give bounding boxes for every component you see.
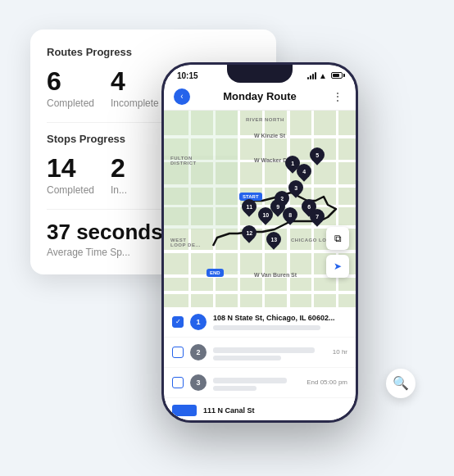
stop-3-badge: 3 [190, 374, 207, 391]
map-layers-button[interactable]: ⧉ [326, 227, 349, 250]
road-wacker: W Wacker Dr [254, 157, 289, 163]
stop-item-1[interactable]: ✓ 1 108 N State St, Chicago, IL 60602... [164, 307, 356, 338]
stops-completed-label: Completed [47, 184, 94, 196]
phone-screen: 10:15 ▲ ‹ [164, 65, 356, 420]
routes-completed-label: Completed [47, 97, 94, 109]
search-fab[interactable]: 🔍 [386, 369, 415, 398]
svg-rect-8 [164, 291, 356, 294]
nav-icon: ➤ [334, 261, 342, 272]
route-title: Monday Route [223, 90, 297, 102]
signal-bar-3 [312, 74, 314, 79]
district-river-north: RIVER NORTH [246, 117, 284, 122]
routes-completed-stat: 6 Completed [47, 68, 94, 109]
stop-3-info [213, 374, 300, 391]
scene: Routes Progress 6 Completed 4 Incomplete… [14, 13, 440, 464]
stops-incomplete-stat: 2 In... [111, 155, 127, 196]
stop-2-detail [213, 347, 315, 353]
phone-header: ‹ Monday Route ⋮ [164, 84, 356, 111]
map-nav-button[interactable]: ➤ [326, 255, 349, 278]
stop-1-checkbox[interactable]: ✓ [172, 316, 184, 328]
routes-incomplete-value: 4 [111, 68, 125, 94]
stop-1-info: 108 N State St, Chicago, IL 60602... [213, 314, 347, 330]
check-icon: ✓ [175, 318, 181, 325]
svg-rect-6 [164, 250, 356, 253]
stop-3-checkbox[interactable] [172, 377, 184, 388]
stops-completed-value: 14 [47, 155, 76, 181]
more-button[interactable]: ⋮ [329, 88, 346, 105]
battery-icon [331, 72, 343, 79]
signal-bar-1 [307, 77, 309, 79]
stop-2-checkbox[interactable] [172, 347, 184, 358]
signal-bar-4 [315, 72, 316, 79]
stop-1-detail [213, 325, 320, 330]
stop-item-3[interactable]: 3 End 05:00 pm [164, 368, 356, 398]
back-button[interactable]: ‹ [174, 88, 190, 105]
stop-2-sub-detail [213, 356, 281, 360]
signal-bar-2 [310, 75, 311, 79]
stop-1-badge: 1 [190, 314, 207, 330]
wifi-icon: ▲ [319, 71, 327, 80]
svg-rect-16 [164, 111, 238, 156]
map-area[interactable]: RIVER NORTH FULTONDISTRICT WESTLOOP DE..… [164, 111, 356, 307]
routes-incomplete-label: Incomplete [111, 97, 159, 109]
district-west-loop: WESTLOOP DE... [170, 238, 201, 247]
stop-2-badge: 2 [190, 344, 207, 360]
road-kinzie: W Kinzie St [254, 133, 285, 138]
stops-incomplete-label: In... [111, 184, 127, 196]
status-icons: ▲ [307, 71, 343, 80]
signal-icon [307, 71, 316, 79]
stops-completed-stat: 14 Completed [47, 155, 94, 196]
layers-icon: ⧉ [334, 233, 342, 244]
end-pin: END [207, 269, 224, 277]
phone-mockup: 10:15 ▲ ‹ [161, 62, 358, 423]
phone-notch [227, 65, 293, 83]
routes-section-title: Routes Progress [47, 46, 260, 58]
canal-item: 111 N Canal St [164, 398, 356, 420]
stop-2-info [213, 344, 326, 360]
district-fulton: FULTONDISTRICT [170, 156, 197, 165]
more-icon: ⋮ [332, 90, 343, 103]
road-van-buren: W Van Buren St [254, 272, 297, 278]
stop-3-detail [213, 378, 287, 383]
svg-rect-17 [164, 156, 238, 229]
stop-2-time: 10 hr [333, 348, 347, 356]
canal-address: 111 N Canal St [203, 406, 255, 415]
stop-list: ✓ 1 108 N State St, Chicago, IL 60602...… [164, 307, 356, 420]
battery-fill [333, 74, 339, 77]
routes-completed-value: 6 [47, 68, 61, 94]
routes-incomplete-stat: 4 Incomplete [111, 68, 159, 109]
blue-rect [172, 405, 197, 416]
status-time: 10:15 [177, 71, 198, 80]
back-icon: ‹ [180, 92, 183, 101]
search-icon: 🔍 [393, 375, 409, 391]
stops-incomplete-value: 2 [111, 155, 125, 181]
stop-3-time: End 05:00 pm [306, 379, 347, 386]
svg-rect-11 [238, 111, 240, 307]
stop-1-address: 108 N State St, Chicago, IL 60602... [213, 314, 347, 322]
stop-item-2[interactable]: 2 10 hr [164, 338, 356, 368]
stop-3-sub-detail [213, 386, 257, 391]
